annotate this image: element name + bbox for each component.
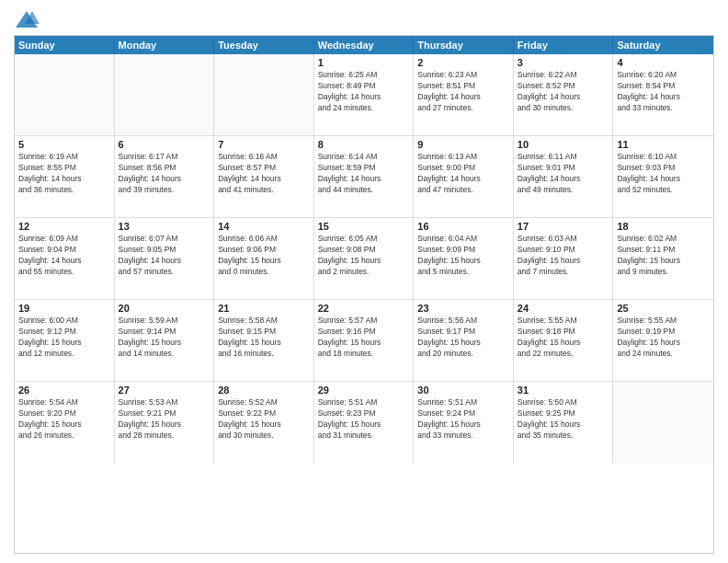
day-cell-13: 13Sunrise: 6:07 AMSunset: 9:05 PMDayligh… <box>115 218 215 299</box>
day-info: Sunrise: 5:55 AMSunset: 9:18 PMDaylight:… <box>518 316 609 360</box>
header-day-sunday: Sunday <box>15 36 115 54</box>
header-day-thursday: Thursday <box>414 36 514 54</box>
day-number: 22 <box>318 303 410 314</box>
day-info: Sunrise: 5:53 AMSunset: 9:21 PMDaylight:… <box>119 397 210 442</box>
day-number: 4 <box>617 57 710 68</box>
day-info: Sunrise: 6:10 AMSunset: 9:03 PMDaylight:… <box>617 152 710 196</box>
day-cell-29: 29Sunrise: 5:51 AMSunset: 9:23 PMDayligh… <box>314 382 415 464</box>
day-number: 26 <box>18 385 110 396</box>
day-cell-11: 11Sunrise: 6:10 AMSunset: 9:03 PMDayligh… <box>613 136 713 217</box>
day-number: 25 <box>617 303 710 314</box>
day-info: Sunrise: 6:03 AMSunset: 9:10 PMDaylight:… <box>518 234 609 278</box>
day-number: 12 <box>18 221 110 232</box>
day-cell-5: 5Sunrise: 6:19 AMSunset: 8:55 PMDaylight… <box>15 136 115 217</box>
day-number: 19 <box>18 303 110 314</box>
day-number: 2 <box>417 57 509 68</box>
day-cell-27: 27Sunrise: 5:53 AMSunset: 9:21 PMDayligh… <box>115 382 215 464</box>
day-cell-30: 30Sunrise: 5:51 AMSunset: 9:24 PMDayligh… <box>414 382 514 464</box>
header-day-tuesday: Tuesday <box>214 36 314 54</box>
day-number: 3 <box>518 57 609 68</box>
day-info: Sunrise: 6:25 AMSunset: 8:49 PMDaylight:… <box>318 70 410 114</box>
day-cell-15: 15Sunrise: 6:05 AMSunset: 9:08 PMDayligh… <box>314 218 415 299</box>
day-info: Sunrise: 5:56 AMSunset: 9:17 PMDaylight:… <box>417 316 509 360</box>
day-info: Sunrise: 6:09 AMSunset: 9:04 PMDaylight:… <box>18 234 110 278</box>
week-row-3: 12Sunrise: 6:09 AMSunset: 9:04 PMDayligh… <box>15 218 713 300</box>
header-day-saturday: Saturday <box>613 36 713 54</box>
header-day-friday: Friday <box>514 36 614 54</box>
day-info: Sunrise: 6:20 AMSunset: 8:54 PMDaylight:… <box>617 70 710 114</box>
day-info: Sunrise: 6:14 AMSunset: 8:59 PMDaylight:… <box>318 152 410 196</box>
day-cell-9: 9Sunrise: 6:13 AMSunset: 9:00 PMDaylight… <box>414 136 514 217</box>
day-number: 20 <box>119 303 210 314</box>
day-cell-2: 2Sunrise: 6:23 AMSunset: 8:51 PMDaylight… <box>414 54 514 135</box>
day-info: Sunrise: 6:17 AMSunset: 8:56 PMDaylight:… <box>119 152 210 196</box>
day-cell-1: 1Sunrise: 6:25 AMSunset: 8:49 PMDaylight… <box>314 54 415 135</box>
day-cell-8: 8Sunrise: 6:14 AMSunset: 8:59 PMDaylight… <box>314 136 415 217</box>
day-cell-17: 17Sunrise: 6:03 AMSunset: 9:10 PMDayligh… <box>514 218 614 299</box>
day-number: 21 <box>218 303 310 314</box>
calendar: SundayMondayTuesdayWednesdayThursdayFrid… <box>14 35 714 554</box>
day-info: Sunrise: 6:23 AMSunset: 8:51 PMDaylight:… <box>417 70 509 114</box>
day-info: Sunrise: 5:59 AMSunset: 9:14 PMDaylight:… <box>119 316 210 360</box>
day-cell-19: 19Sunrise: 6:00 AMSunset: 9:12 PMDayligh… <box>15 300 115 381</box>
day-cell-14: 14Sunrise: 6:06 AMSunset: 9:06 PMDayligh… <box>214 218 314 299</box>
day-number: 11 <box>617 139 710 150</box>
day-info: Sunrise: 6:13 AMSunset: 9:00 PMDaylight:… <box>417 152 509 196</box>
day-number: 8 <box>318 139 410 150</box>
day-info: Sunrise: 6:04 AMSunset: 9:09 PMDaylight:… <box>417 234 509 278</box>
day-cell-26: 26Sunrise: 5:54 AMSunset: 9:20 PMDayligh… <box>15 382 115 464</box>
day-number: 10 <box>518 139 609 150</box>
day-info: Sunrise: 6:11 AMSunset: 9:01 PMDaylight:… <box>518 152 609 196</box>
day-number: 28 <box>218 385 310 396</box>
empty-cell <box>613 382 713 464</box>
day-number: 24 <box>518 303 609 314</box>
day-info: Sunrise: 6:19 AMSunset: 8:55 PMDaylight:… <box>18 152 110 196</box>
day-cell-6: 6Sunrise: 6:17 AMSunset: 8:56 PMDaylight… <box>115 136 215 217</box>
day-number: 27 <box>119 385 210 396</box>
day-cell-25: 25Sunrise: 5:55 AMSunset: 9:19 PMDayligh… <box>613 300 713 381</box>
day-cell-23: 23Sunrise: 5:56 AMSunset: 9:17 PMDayligh… <box>414 300 514 381</box>
day-info: Sunrise: 5:50 AMSunset: 9:25 PMDaylight:… <box>518 397 609 442</box>
day-cell-7: 7Sunrise: 6:16 AMSunset: 8:57 PMDaylight… <box>214 136 314 217</box>
header <box>14 9 714 29</box>
empty-cell <box>15 54 115 135</box>
day-number: 30 <box>417 385 509 396</box>
day-number: 5 <box>18 139 110 150</box>
day-number: 16 <box>417 221 509 232</box>
day-cell-31: 31Sunrise: 5:50 AMSunset: 9:25 PMDayligh… <box>514 382 614 464</box>
day-info: Sunrise: 5:55 AMSunset: 9:19 PMDaylight:… <box>617 316 710 360</box>
day-cell-21: 21Sunrise: 5:58 AMSunset: 9:15 PMDayligh… <box>214 300 314 381</box>
day-info: Sunrise: 6:00 AMSunset: 9:12 PMDaylight:… <box>18 316 110 360</box>
day-info: Sunrise: 5:51 AMSunset: 9:24 PMDaylight:… <box>417 397 509 442</box>
day-info: Sunrise: 6:02 AMSunset: 9:11 PMDaylight:… <box>617 234 710 278</box>
logo-icon <box>14 9 40 29</box>
day-cell-20: 20Sunrise: 5:59 AMSunset: 9:14 PMDayligh… <box>115 300 215 381</box>
day-cell-3: 3Sunrise: 6:22 AMSunset: 8:52 PMDaylight… <box>514 54 614 135</box>
week-row-1: 1Sunrise: 6:25 AMSunset: 8:49 PMDaylight… <box>15 54 713 136</box>
day-info: Sunrise: 5:54 AMSunset: 9:20 PMDaylight:… <box>18 397 110 442</box>
header-day-monday: Monday <box>115 36 215 54</box>
day-number: 18 <box>617 221 710 232</box>
header-day-wednesday: Wednesday <box>314 36 415 54</box>
day-cell-24: 24Sunrise: 5:55 AMSunset: 9:18 PMDayligh… <box>514 300 614 381</box>
day-info: Sunrise: 6:05 AMSunset: 9:08 PMDaylight:… <box>318 234 410 278</box>
day-cell-12: 12Sunrise: 6:09 AMSunset: 9:04 PMDayligh… <box>15 218 115 299</box>
day-info: Sunrise: 6:16 AMSunset: 8:57 PMDaylight:… <box>218 152 310 196</box>
day-info: Sunrise: 5:57 AMSunset: 9:16 PMDaylight:… <box>318 316 410 360</box>
page: SundayMondayTuesdayWednesdayThursdayFrid… <box>0 0 728 563</box>
day-number: 17 <box>518 221 609 232</box>
day-number: 29 <box>318 385 410 396</box>
day-cell-10: 10Sunrise: 6:11 AMSunset: 9:01 PMDayligh… <box>514 136 614 217</box>
day-number: 7 <box>218 139 310 150</box>
day-cell-22: 22Sunrise: 5:57 AMSunset: 9:16 PMDayligh… <box>314 300 415 381</box>
day-info: Sunrise: 5:52 AMSunset: 9:22 PMDaylight:… <box>218 397 310 442</box>
week-row-5: 26Sunrise: 5:54 AMSunset: 9:20 PMDayligh… <box>15 382 713 464</box>
calendar-body: 1Sunrise: 6:25 AMSunset: 8:49 PMDaylight… <box>15 54 713 464</box>
calendar-header: SundayMondayTuesdayWednesdayThursdayFrid… <box>15 36 713 54</box>
day-number: 6 <box>119 139 210 150</box>
empty-cell <box>115 54 215 135</box>
day-number: 31 <box>518 385 609 396</box>
day-number: 9 <box>417 139 509 150</box>
week-row-2: 5Sunrise: 6:19 AMSunset: 8:55 PMDaylight… <box>15 136 713 218</box>
day-info: Sunrise: 6:07 AMSunset: 9:05 PMDaylight:… <box>119 234 210 278</box>
